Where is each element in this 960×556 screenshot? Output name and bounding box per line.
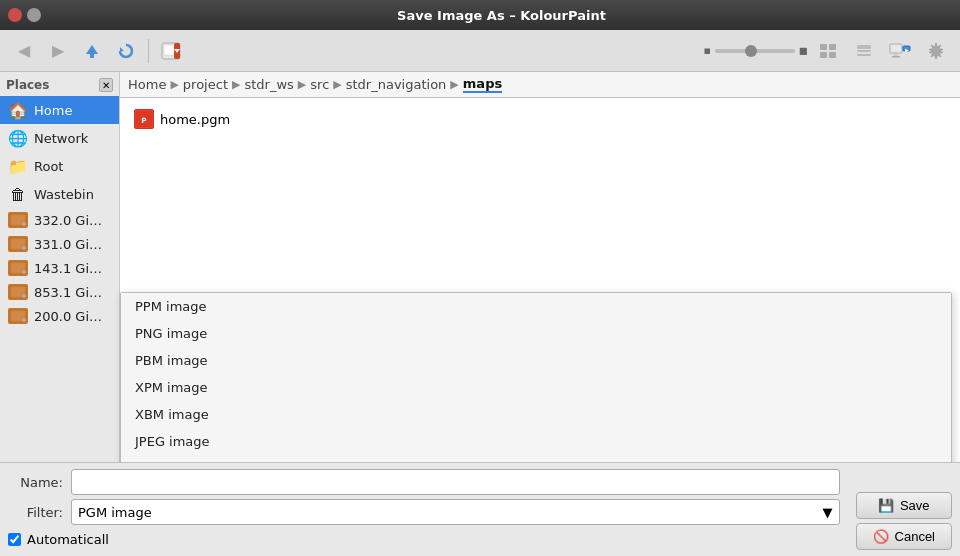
title-bar-buttons[interactable] <box>8 8 41 22</box>
dropdown-item[interactable]: JPEG image <box>121 428 951 455</box>
dialog: ◀ ▶ ▪ <box>0 30 960 556</box>
window-title: Save Image As – KolourPaint <box>51 8 952 23</box>
sidebar-item-label: 853.1 Gi… <box>34 285 102 300</box>
zoom-slider[interactable]: ▪ ◼ <box>703 44 808 57</box>
sidebar-item-home[interactable]: 🏠 Home <box>0 96 119 124</box>
svg-marker-0 <box>86 45 98 54</box>
filter-row: Filter: PGM image ▼ <box>8 499 840 525</box>
back-button[interactable]: ◀ <box>8 36 40 66</box>
sidebar-item-drive5[interactable]: 200.0 Gi… <box>0 304 119 328</box>
auto-row: Automaticall <box>8 529 840 550</box>
svg-rect-1 <box>90 54 94 58</box>
dropdown-item[interactable]: PNG image <box>121 320 951 347</box>
breadcrumb-maps[interactable]: maps <box>463 76 502 93</box>
dropdown-item[interactable]: PPM image <box>121 293 951 320</box>
close-button[interactable] <box>8 8 22 22</box>
svg-marker-2 <box>120 47 124 51</box>
dropdown-item[interactable]: PBM image <box>121 347 951 374</box>
sidebar-item-drive1[interactable]: 332.0 Gi… <box>0 208 119 232</box>
up-button[interactable] <box>76 36 108 66</box>
view-list-button[interactable] <box>812 36 844 66</box>
drive-icon <box>8 212 28 228</box>
forward-button[interactable]: ▶ <box>42 36 74 66</box>
svg-rect-12 <box>857 50 871 52</box>
network-icon: 🌐 <box>8 128 28 148</box>
sidebar-item-drive3[interactable]: 143.1 Gi… <box>0 256 119 280</box>
svg-point-34 <box>22 318 26 322</box>
svg-rect-9 <box>820 52 827 58</box>
breadcrumb-bar: Home ▶ project ▶ stdr_ws ▶ src ▶ stdr_na… <box>120 72 960 98</box>
title-bar: Save Image As – KolourPaint <box>0 0 960 30</box>
breadcrumb-src[interactable]: src <box>310 77 329 92</box>
zoom-small-icon: ▪ <box>703 44 710 57</box>
sidebar-item-root[interactable]: 📁 Root <box>0 152 119 180</box>
svg-point-22 <box>22 222 26 226</box>
svg-rect-8 <box>829 44 836 50</box>
toolbar-right: ▪ ◼ <box>703 36 952 66</box>
sidebar-header: Places ✕ <box>0 76 119 96</box>
breadcrumb-arrow: ▶ <box>450 78 458 91</box>
svg-rect-14 <box>890 44 902 53</box>
slider-thumb[interactable] <box>745 45 757 57</box>
dropdown-item[interactable]: RGB image <box>121 455 951 462</box>
sidebar: Places ✕ 🏠 Home 🌐 Network 📁 Root 🗑 Waste… <box>0 72 120 462</box>
sidebar-item-network[interactable]: 🌐 Network <box>0 124 119 152</box>
svg-point-28 <box>22 270 26 274</box>
drive-icon <box>8 236 28 252</box>
sidebar-item-label: 200.0 Gi… <box>34 309 102 324</box>
file-pgm-icon: P <box>134 109 154 129</box>
cancel-button[interactable]: 🚫 Cancel <box>856 523 952 550</box>
view-icon-button[interactable] <box>848 36 880 66</box>
sidebar-close-button[interactable]: ✕ <box>99 78 113 92</box>
breadcrumb-project[interactable]: project <box>183 77 228 92</box>
dropdown-item[interactable]: XBM image <box>121 401 951 428</box>
dropdown-item[interactable]: XPM image <box>121 374 951 401</box>
reload-button[interactable] <box>110 36 142 66</box>
home-icon: 🏠 <box>8 100 28 120</box>
bookmark-button[interactable] <box>155 36 187 66</box>
drive-icon <box>8 284 28 300</box>
breadcrumb-arrow: ▶ <box>170 78 178 91</box>
breadcrumb-home[interactable]: Home <box>128 77 166 92</box>
slider-track[interactable] <box>715 49 795 53</box>
file-name: home.pgm <box>160 112 230 127</box>
drive-icon <box>8 308 28 324</box>
form-actions: 💾 Save 🚫 Cancel <box>856 492 952 550</box>
breadcrumb-stdr-nav[interactable]: stdr_navigation <box>346 77 447 92</box>
bottom-inner: Name: Filter: PGM image ▼ Automaticall <box>8 469 952 550</box>
root-folder-icon: 📁 <box>8 156 28 176</box>
save-label: Save <box>900 498 930 513</box>
sidebar-item-label: Network <box>34 131 88 146</box>
breadcrumb-arrow: ▶ <box>298 78 306 91</box>
settings-button[interactable] <box>920 36 952 66</box>
sidebar-item-label: Root <box>34 159 63 174</box>
trash-icon: 🗑 <box>8 184 28 204</box>
sidebar-item-drive4[interactable]: 853.1 Gi… <box>0 280 119 304</box>
name-row: Name: <box>8 469 840 495</box>
breadcrumb-arrow: ▶ <box>333 78 341 91</box>
sidebar-item-wastebin[interactable]: 🗑 Wastebin <box>0 180 119 208</box>
svg-text:▶: ▶ <box>905 46 909 52</box>
file-item[interactable]: P home.pgm <box>128 106 952 132</box>
sidebar-item-label: Wastebin <box>34 187 94 202</box>
filter-select[interactable]: PGM image ▼ <box>71 499 840 525</box>
sidebar-item-label: 331.0 Gi… <box>34 237 102 252</box>
toolbar-separator <box>148 39 149 63</box>
network-button[interactable]: ▶ <box>884 36 916 66</box>
breadcrumb-stdr-ws[interactable]: stdr_ws <box>244 77 293 92</box>
filter-dropdown-list[interactable]: PPM imagePNG imagePBM imageXPM imageXBM … <box>120 292 952 462</box>
content-area: Places ✕ 🏠 Home 🌐 Network 📁 Root 🗑 Waste… <box>0 72 960 462</box>
breadcrumb-arrow: ▶ <box>232 78 240 91</box>
filter-value: PGM image <box>78 505 152 520</box>
auto-checkbox[interactable] <box>8 533 21 546</box>
name-input[interactable] <box>71 469 840 495</box>
cancel-label: Cancel <box>895 529 935 544</box>
svg-rect-10 <box>829 52 836 58</box>
auto-label: Automaticall <box>27 532 109 547</box>
svg-point-31 <box>22 294 26 298</box>
save-button[interactable]: 💾 Save <box>856 492 952 519</box>
minimize-button[interactable] <box>27 8 41 22</box>
sidebar-item-label: 143.1 Gi… <box>34 261 102 276</box>
sidebar-item-label: Home <box>34 103 72 118</box>
sidebar-item-drive2[interactable]: 331.0 Gi… <box>0 232 119 256</box>
